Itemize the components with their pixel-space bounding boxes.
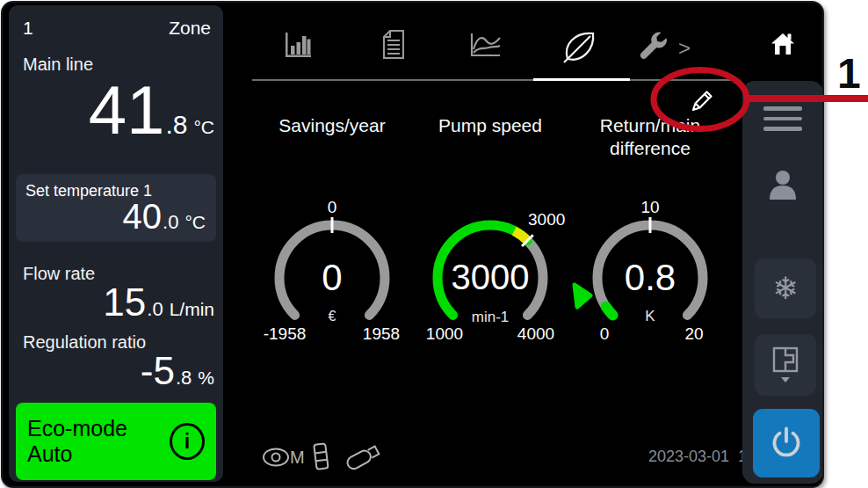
usb-stick-icon <box>342 440 387 475</box>
set-temp-unit: °C <box>184 212 206 233</box>
gauge-savings-min: -1958 <box>264 324 307 343</box>
gauge-pump-tick-label: 3000 <box>528 210 565 229</box>
gauge-pump-speed: 3000 3000 min-1 1000 4000 <box>411 190 569 353</box>
zone-header: 1 Zone <box>23 18 211 39</box>
main-line-unit: °C <box>193 117 214 138</box>
flow-rate-unit: L/min <box>170 299 214 320</box>
zone-label: Zone <box>169 18 211 39</box>
main-line-label: Main line <box>23 55 93 75</box>
gauge-return-main: 10 0.8 K 0 20 <box>571 190 734 353</box>
tab-statistics[interactable] <box>283 29 313 64</box>
set-temp-int: 40 <box>123 199 163 234</box>
status-usb-indicator <box>342 440 387 478</box>
regulation-ratio-label: Regulation ratio <box>23 332 146 353</box>
gauge-pump-min: 1000 <box>426 324 463 343</box>
menu-icon <box>763 106 802 111</box>
zone-map-icon <box>769 345 802 385</box>
gauge-pump-value: 3000 <box>452 258 530 296</box>
trend-chart-icon <box>468 29 503 61</box>
gauge-pump-max: 4000 <box>517 324 554 343</box>
home-icon <box>770 32 796 55</box>
tab-report[interactable] <box>381 29 406 64</box>
user-button[interactable] <box>766 168 799 208</box>
gauge-return-max: 20 <box>684 324 703 343</box>
regulation-ratio-dec: .8 <box>176 367 192 390</box>
gauge-title-pump-speed: Pump speed <box>411 114 569 137</box>
main-line-value: 41 .8 °C <box>89 77 214 142</box>
info-icon[interactable]: i <box>170 423 205 460</box>
set-temperature-card[interactable]: Set temperature 1 40 .0 °C <box>16 174 216 242</box>
user-icon <box>766 168 799 205</box>
status-sd-indicator <box>311 441 332 477</box>
gauge-pump-unit: min-1 <box>472 309 510 325</box>
eco-mode-label: Eco-mode Auto <box>27 416 170 467</box>
regulation-ratio-value: -5 .8 % <box>141 352 214 390</box>
annotation-number: 1 <box>837 53 861 95</box>
tab-settings[interactable] <box>636 29 673 68</box>
power-button[interactable] <box>753 409 820 477</box>
flow-rate-value: 15 .0 L/min <box>103 283 214 322</box>
gauge-return-pointer <box>575 285 590 307</box>
flow-rate-dec: .0 <box>147 298 163 321</box>
report-icon <box>381 29 406 61</box>
regulation-ratio-int: -5 <box>141 352 175 390</box>
gauge-return-value: 0.8 <box>625 257 676 298</box>
main-line-int: 41 <box>89 77 165 142</box>
gauge-return-unit: K <box>645 308 655 324</box>
menu-button[interactable] <box>763 106 802 137</box>
gauge-return-min: 0 <box>600 324 610 343</box>
gauge-savings-unit: € <box>329 309 336 324</box>
zones-button[interactable] <box>755 334 816 396</box>
flow-rate-label: Flow rate <box>23 264 95 284</box>
eye-mode-label: M <box>290 448 305 467</box>
gauge-title-savings: Savings/year <box>253 114 411 137</box>
tab-more-chevron[interactable]: > <box>678 36 691 61</box>
tab-eco[interactable] <box>560 26 600 70</box>
gauge-savings: 0 0 € -1958 1958 <box>253 190 411 353</box>
gauge-savings-tick-label: 0 <box>328 198 337 216</box>
gauge-return-tick-label: 10 <box>640 198 659 216</box>
set-temp-dec: .0 <box>163 211 178 234</box>
zone-number: 1 <box>23 18 33 39</box>
regulation-ratio-unit: % <box>198 368 214 389</box>
set-temperature-value: 40 .0 °C <box>123 199 206 234</box>
main-line-dec: .8 <box>165 110 187 140</box>
bar-chart-icon <box>283 29 313 61</box>
status-monitor-indicator: M <box>262 444 306 474</box>
home-button[interactable] <box>746 10 820 76</box>
flow-rate-int: 15 <box>103 283 146 322</box>
cooling-mode-button[interactable]: ❄ <box>755 259 816 318</box>
zone-panel: 1 Zone Main line 41 .8 °C Set temperatur… <box>9 5 223 482</box>
eco-mode-button[interactable]: Eco-mode Auto i <box>16 403 216 480</box>
tab-trend[interactable] <box>468 29 503 64</box>
eye-icon: M <box>262 444 306 470</box>
tab-underline-active <box>533 78 630 81</box>
gauge-savings-max: 1958 <box>363 324 400 343</box>
annotation-circle <box>649 66 751 133</box>
snowflake-icon: ❄ <box>772 271 798 306</box>
power-icon <box>768 425 805 462</box>
gauge-savings-value: 0 <box>322 257 342 298</box>
wrench-icon <box>636 29 673 64</box>
chevron-down-icon <box>781 377 790 382</box>
leaf-icon <box>560 26 600 67</box>
sd-card-icon <box>311 441 332 474</box>
